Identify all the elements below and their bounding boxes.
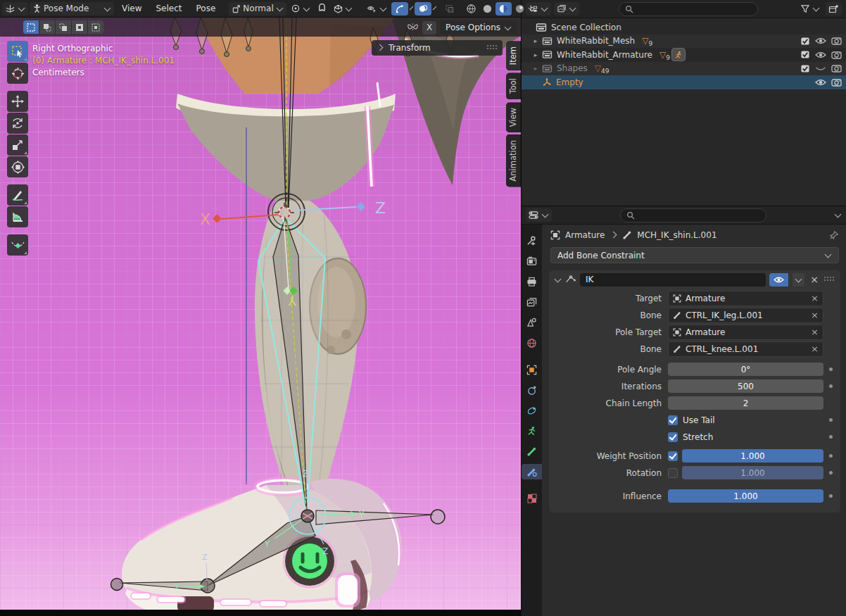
shading-rendered-button[interactable] <box>512 2 528 15</box>
decorator-dot[interactable] <box>829 454 833 458</box>
decorator-dot[interactable] <box>829 367 833 371</box>
new-collection-button[interactable] <box>826 2 842 15</box>
tab-object-properties[interactable] <box>522 362 542 377</box>
outliner-row-shapes-collection[interactable]: ▸ Shapes ▽49 <box>522 62 846 76</box>
use-tail-checkbox[interactable] <box>668 415 678 425</box>
stretch-checkbox[interactable] <box>668 432 678 442</box>
pin-icon[interactable] <box>829 230 839 240</box>
mirror-x-button[interactable]: X <box>422 21 436 34</box>
constraint-extras-dropdown[interactable] <box>793 273 804 287</box>
gizmo-z-handle[interactable] <box>356 202 365 211</box>
mirror-butterfly-icon[interactable] <box>407 23 419 32</box>
gizmo-x-handle[interactable] <box>213 214 222 223</box>
tool-measure[interactable] <box>7 206 28 227</box>
weight-position-slider[interactable]: 1.000 <box>682 449 823 463</box>
pose-options-dropdown[interactable]: Pose Options <box>440 20 517 34</box>
editor-type-button[interactable] <box>2 2 28 15</box>
tab-animation[interactable]: Animation <box>506 134 521 187</box>
tab-world-properties[interactable] <box>522 335 542 351</box>
chevron-down-icon[interactable] <box>409 6 413 10</box>
eye-icon[interactable] <box>815 37 826 45</box>
pole-target-field[interactable]: Armature × <box>668 325 823 340</box>
rotation-checkbox[interactable] <box>668 468 678 478</box>
heel-bone-tail[interactable] <box>431 510 445 524</box>
outliner-row-empty[interactable]: Empty <box>522 75 846 89</box>
menu-pose[interactable]: Pose <box>190 0 222 18</box>
outliner-row-mesh-collection[interactable]: ▸ WhiteRabbit_Mesh ▽9 <box>522 34 846 49</box>
tab-tool[interactable]: Tool <box>506 73 521 99</box>
mode-dropdown[interactable]: Pose Mode <box>30 2 114 15</box>
checkbox-icon[interactable] <box>800 50 810 59</box>
properties-search[interactable] <box>620 208 766 222</box>
tool-select-box[interactable] <box>7 41 28 62</box>
tool-rotate[interactable] <box>7 113 28 134</box>
gizmo-visibility-dropdown[interactable] <box>364 2 390 15</box>
show-gizmo-toggle[interactable] <box>391 2 408 15</box>
tab-constraint-properties[interactable] <box>522 403 542 418</box>
constraint-enable-toggle[interactable] <box>769 273 788 287</box>
snap-toggle[interactable] <box>315 2 329 15</box>
iterations-field[interactable]: 500 <box>668 379 823 393</box>
rotation-slider[interactable]: 1.000 <box>682 466 823 479</box>
menu-select[interactable]: Select <box>149 0 188 18</box>
drag-handle[interactable] <box>487 45 498 51</box>
breadcrumb-object[interactable]: Armature <box>565 230 605 240</box>
disclosure-icon[interactable]: ▸ <box>531 51 540 58</box>
tab-bone-constraint-properties[interactable] <box>522 464 542 479</box>
collapse-chevron-icon[interactable] <box>555 275 562 282</box>
pole-bone-field[interactable]: CTRL_knee.L.001 × <box>668 341 823 357</box>
transform-panel-header[interactable]: Transform <box>372 40 503 56</box>
tool-breakdowner[interactable] <box>7 234 28 256</box>
tool-move[interactable] <box>7 91 28 112</box>
chevron-down-icon[interactable] <box>528 4 535 11</box>
decorator-dot[interactable] <box>829 471 833 474</box>
add-bone-constraint-button[interactable]: Add Bone Constraint <box>550 247 839 263</box>
snap-target-dropdown[interactable] <box>331 2 355 15</box>
constraint-name-field[interactable]: IK <box>580 273 766 287</box>
chevron-down-icon[interactable] <box>835 211 842 218</box>
eye-icon[interactable] <box>815 78 826 87</box>
menu-view[interactable]: View <box>115 0 148 18</box>
clear-icon[interactable]: × <box>811 344 819 354</box>
tab-item[interactable]: Item <box>506 41 521 70</box>
tab-physics-properties[interactable] <box>522 382 542 398</box>
select-mode-subtract[interactable] <box>56 20 72 34</box>
checkbox-icon[interactable] <box>800 37 810 46</box>
xray-toggle[interactable] <box>442 2 457 15</box>
clear-icon[interactable]: × <box>811 293 819 303</box>
decorator-dot[interactable] <box>829 384 833 388</box>
shading-solid-button[interactable] <box>479 2 495 15</box>
tab-texture-properties[interactable] <box>522 491 542 506</box>
eye-closed-icon[interactable] <box>815 64 826 73</box>
shading-material-button[interactable] <box>495 2 512 15</box>
weight-position-checkbox[interactable] <box>668 451 678 461</box>
target-object-field[interactable]: Armature × <box>668 291 823 306</box>
eye-icon[interactable] <box>815 51 826 59</box>
tab-output-properties[interactable] <box>522 274 542 289</box>
tab-armature-data-properties[interactable] <box>522 423 542 439</box>
outliner-row-armature-collection[interactable]: ▸ WhiteRabbit_Armature ▽9 <box>522 48 846 62</box>
tab-tool-properties[interactable] <box>522 233 542 249</box>
disclosure-icon[interactable]: ▸ <box>531 37 540 44</box>
tool-cursor[interactable] <box>7 63 28 84</box>
tab-scene-properties[interactable] <box>522 315 542 330</box>
show-overlays-toggle[interactable] <box>415 2 431 15</box>
pole-angle-field[interactable]: 0° <box>668 363 823 376</box>
bone-field[interactable]: CTRL_IK_leg.L.001 × <box>668 308 823 323</box>
pivot-dropdown[interactable] <box>288 2 313 15</box>
disclosure-icon[interactable]: ▸ <box>531 65 540 72</box>
decorator-dot[interactable] <box>829 435 833 439</box>
select-mode-invert[interactable] <box>72 20 88 34</box>
breadcrumb-bone[interactable]: MCH_IK_shin.L.001 <box>637 230 716 240</box>
clear-icon[interactable]: × <box>811 327 819 337</box>
influence-slider[interactable]: 1.000 <box>668 489 823 503</box>
constraint-drag-handle[interactable] <box>824 277 835 282</box>
camera-icon[interactable] <box>831 78 842 87</box>
ik-panel-header[interactable]: IK × <box>549 270 840 289</box>
properties-editor-type-button[interactable] <box>526 208 552 222</box>
3d-viewport[interactable]: X Z Y Z Y Y Z Z <box>0 18 521 616</box>
camera-icon[interactable] <box>831 51 842 59</box>
chain-length-field[interactable]: 2 <box>668 396 823 410</box>
tool-scale[interactable] <box>7 134 28 156</box>
tab-render-properties[interactable] <box>522 253 542 269</box>
